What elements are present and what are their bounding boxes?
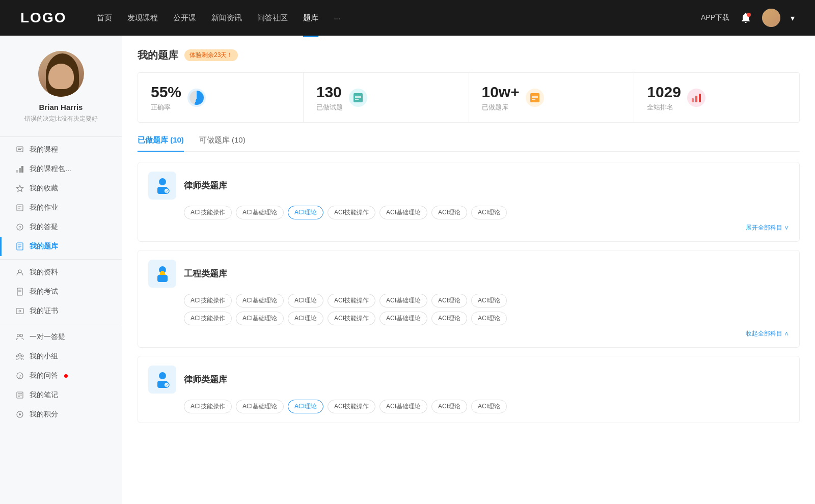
tag-item[interactable]: ACI理论	[431, 294, 467, 307]
nav-questionbank[interactable]: 题库	[303, 11, 318, 25]
svg-rect-5	[19, 168, 21, 173]
sidebar-item-askteacher[interactable]: ? 我的答疑	[0, 217, 122, 237]
tag-item[interactable]: ACI理论	[431, 206, 467, 219]
tag-item[interactable]: ACI技能操作	[328, 312, 375, 325]
tag-item[interactable]: ACI理论	[288, 312, 323, 325]
tag-item[interactable]: ACI理论	[471, 312, 507, 325]
profile-motto: 错误的决定比没有决定要好	[14, 115, 108, 123]
tag-item-active[interactable]: ACI理论	[288, 206, 323, 219]
sidebar-item-homework[interactable]: 我的作业	[0, 198, 122, 217]
tag-item[interactable]: ACI理论	[288, 294, 323, 307]
tab-bar: 已做题库 (10) 可做题库 (10)	[138, 135, 800, 152]
stat-rank-label: 全站排名	[647, 103, 681, 112]
bank-card-lawyer-1: ✓ 律师类题库 ACI技能操作 ACI基础理论 ACI理论 ACI技能操作 AC…	[138, 162, 800, 242]
tutoring-icon	[15, 332, 24, 342]
sidebar-item-questionbank[interactable]: 我的题库	[0, 237, 122, 256]
tag-item[interactable]: ACI技能操作	[184, 400, 232, 413]
tab-done-banks[interactable]: 已做题库 (10)	[138, 135, 184, 151]
pie-chart-icon	[189, 91, 204, 105]
nav-opencourse[interactable]: 公开课	[173, 11, 196, 25]
nav-qa[interactable]: 问答社区	[257, 11, 288, 25]
sidebar-item-favorites[interactable]: 我的收藏	[0, 179, 122, 198]
sidebar-divider-1	[0, 259, 122, 260]
collapse-button[interactable]: 收起全部科目 ∧	[148, 329, 789, 338]
tag-item[interactable]: ACI基础理论	[236, 206, 284, 219]
done-questions-icon	[349, 89, 367, 107]
sidebar-item-points[interactable]: 我的积分	[0, 405, 122, 424]
svg-point-24	[20, 334, 23, 337]
bank-card-header-3: ✓ 律师类题库	[148, 366, 789, 394]
question-icon: ?	[15, 222, 24, 232]
svg-rect-44	[692, 98, 694, 102]
sidebar-item-exam[interactable]: 我的考试	[0, 282, 122, 301]
tag-item[interactable]: ACI技能操作	[328, 206, 375, 219]
certificate-icon	[15, 306, 24, 316]
stat-accuracy: 55% 正确率	[138, 73, 304, 122]
tag-item[interactable]: ACI技能操作	[328, 294, 375, 307]
sidebar-item-tutoring[interactable]: 一对一答疑	[0, 327, 122, 347]
sidebar-label: 我的收藏	[30, 184, 58, 193]
app-download-button[interactable]: APP下载	[701, 13, 729, 22]
svg-text:?: ?	[18, 374, 21, 379]
logo[interactable]: LOGO	[20, 10, 66, 26]
tag-item[interactable]: ACI技能操作	[328, 400, 375, 413]
stat-rank: 1029 全站排名	[634, 73, 799, 122]
questionbank-icon	[15, 242, 24, 251]
nav-more[interactable]: ···	[334, 12, 340, 24]
points-icon	[15, 410, 24, 419]
svg-text:✓: ✓	[165, 189, 168, 194]
nav-home[interactable]: 首页	[97, 11, 112, 25]
sidebar-item-notes[interactable]: 我的笔记	[0, 385, 122, 405]
svg-point-22	[19, 310, 21, 312]
svg-point-25	[19, 354, 21, 356]
sidebar-label: 我的证书	[30, 306, 58, 316]
engineer-person-icon	[152, 264, 173, 284]
nav-chevron[interactable]: ▾	[791, 13, 795, 23]
tag-item[interactable]: ACI理论	[471, 206, 507, 219]
nav-discover[interactable]: 发现课程	[127, 11, 158, 25]
tag-item[interactable]: ACI理论	[431, 400, 467, 413]
tab-available-banks[interactable]: 可做题库 (10)	[199, 135, 246, 151]
tag-item[interactable]: ACI基础理论	[379, 206, 427, 219]
svg-point-35	[19, 413, 21, 415]
tag-item[interactable]: ACI技能操作	[184, 294, 232, 307]
accuracy-icon	[187, 89, 206, 107]
sidebar-item-coursepack[interactable]: 我的课程包...	[0, 159, 122, 179]
svg-rect-45	[695, 96, 697, 102]
homework-icon	[15, 203, 24, 212]
sidebar-item-myqa[interactable]: ? 我的问答	[0, 366, 122, 385]
expand-button-1[interactable]: 展开全部科目 ∨	[148, 223, 789, 232]
profile-icon	[15, 268, 24, 277]
sidebar-item-certificate[interactable]: 我的证书	[0, 301, 122, 321]
tag-item[interactable]: ACI理论	[431, 312, 467, 325]
stat-rank-value: 1029	[647, 83, 681, 101]
sidebar-item-course[interactable]: 我的课程	[0, 140, 122, 159]
tag-item[interactable]: ACI技能操作	[184, 312, 232, 325]
svg-rect-21	[16, 309, 23, 314]
tag-item[interactable]: ACI基础理论	[379, 400, 427, 413]
rank-icon	[687, 89, 705, 107]
sidebar-item-group[interactable]: 我的小组	[0, 347, 122, 366]
tag-item[interactable]: ACI基础理论	[236, 400, 284, 413]
tag-item-active-3[interactable]: ACI理论	[288, 400, 323, 413]
tag-item[interactable]: ACI基础理论	[236, 312, 284, 325]
tag-item[interactable]: ACI基础理论	[379, 312, 427, 325]
sidebar-item-profile[interactable]: 我的资料	[0, 263, 122, 282]
tag-item[interactable]: ACI基础理论	[379, 294, 427, 307]
svg-point-0	[747, 13, 751, 17]
engineer-icon-wrap	[148, 260, 176, 288]
done-banks-icon	[526, 89, 544, 107]
tags-row-1: ACI技能操作 ACI基础理论 ACI理论 ACI技能操作 ACI基础理论 AC…	[184, 206, 789, 219]
tag-item[interactable]: ACI理论	[471, 400, 507, 413]
nav-news[interactable]: 新闻资讯	[211, 11, 242, 25]
tag-item[interactable]: ACI基础理论	[236, 294, 284, 307]
svg-rect-6	[21, 166, 23, 173]
user-avatar[interactable]	[762, 9, 780, 27]
bell-icon[interactable]	[740, 12, 752, 24]
tag-item[interactable]: ACI理论	[471, 294, 507, 307]
avatar-image	[38, 51, 84, 97]
svg-point-26	[16, 355, 18, 357]
bank-card-lawyer-2: ✓ 律师类题库 ACI技能操作 ACI基础理论 ACI理论 ACI技能操作 AC…	[138, 356, 800, 423]
tag-item[interactable]: ACI技能操作	[184, 206, 232, 219]
sidebar-label: 我的资料	[30, 268, 58, 277]
